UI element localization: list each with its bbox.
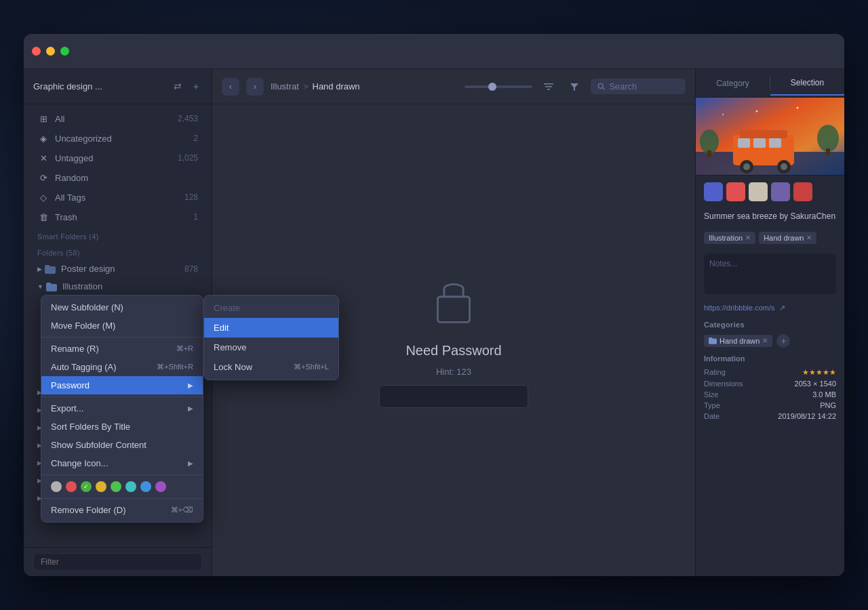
ctx-color-purple[interactable]	[155, 481, 166, 492]
desktop: Graphic design ... ⇄ ＋ ⊞ All 2,453	[0, 0, 868, 610]
ctx-color-red[interactable]	[66, 481, 77, 492]
ctx-new-subfolder[interactable]: New Subfolder (N)	[41, 298, 203, 317]
ctx-color-blue[interactable]	[140, 481, 151, 492]
submenu-remove[interactable]: Remove	[204, 338, 338, 357]
ctx-sep-1	[41, 337, 203, 338]
context-menu: New Subfolder (N) Move Folder (M) Rename…	[41, 295, 203, 523]
ctx-sort-folders[interactable]: Sort Folders By Title	[41, 418, 203, 436]
ctx-sep-3	[41, 474, 203, 475]
submenu-lock-now[interactable]: Lock Now ⌘+Shfit+L	[204, 357, 338, 377]
ctx-export[interactable]: Export... ▶	[41, 399, 203, 418]
ctx-rename[interactable]: Rename (R) ⌘+R	[41, 340, 203, 358]
submenu-create: Create	[204, 298, 338, 318]
ctx-sep-4	[41, 498, 203, 499]
ctx-color-green[interactable]	[111, 481, 121, 492]
ctx-color-gray[interactable]	[51, 481, 62, 492]
ctx-change-icon-arrow: ▶	[188, 460, 193, 467]
ctx-show-subfolder[interactable]: Show Subfolder Content	[41, 436, 203, 454]
ctx-color-row: ✓	[41, 477, 203, 496]
ctx-export-arrow: ▶	[188, 405, 193, 412]
ctx-auto-tagging[interactable]: Auto Tagging (A) ⌘+Shfit+R	[41, 358, 203, 376]
ctx-color-teal[interactable]	[125, 481, 136, 492]
ctx-password-arrow: ▶	[188, 382, 193, 389]
ctx-move-folder[interactable]: Move Folder (M)	[41, 317, 203, 335]
password-submenu: Create Edit Remove Lock Now ⌘+Shfit+L	[203, 295, 339, 380]
ctx-password[interactable]: Password ▶	[41, 376, 203, 394]
ctx-sep-2	[41, 396, 203, 397]
ctx-color-yellow[interactable]	[96, 481, 106, 492]
ctx-remove-folder[interactable]: Remove Folder (D) ⌘+⌫	[41, 501, 203, 519]
ctx-change-icon[interactable]: Change Icon... ▶	[41, 454, 203, 472]
context-menu-overlay[interactable]: New Subfolder (N) Move Folder (M) Rename…	[0, 0, 868, 610]
ctx-color-check[interactable]: ✓	[81, 481, 92, 492]
submenu-edit[interactable]: Edit	[204, 318, 338, 338]
